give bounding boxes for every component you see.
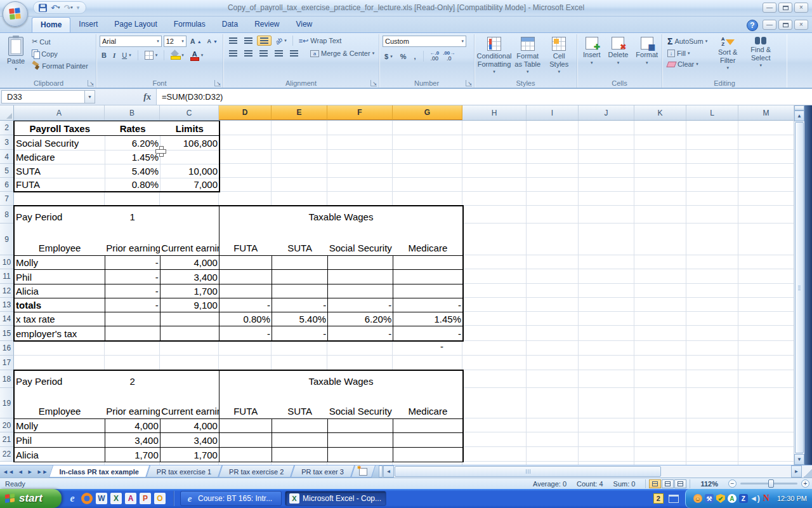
insert-worksheet-tab[interactable] — [353, 465, 374, 478]
minimize-button[interactable]: — — [763, 3, 776, 13]
cell-A14[interactable]: x tax rate — [14, 312, 105, 326]
cell-B6[interactable]: 0.80% — [105, 178, 160, 192]
cell-C15[interactable] — [160, 326, 219, 341]
cell-A18[interactable]: Pay Period — [14, 370, 105, 388]
font-dialog-launcher[interactable]: ↘ — [214, 80, 221, 86]
percent-style-button[interactable]: % — [398, 52, 409, 61]
cell-C6[interactable]: 7,000 — [160, 178, 219, 192]
workbook-restore-button[interactable] — [778, 20, 792, 30]
page-break-view-button[interactable] — [674, 479, 686, 488]
cell-B3[interactable]: 6.20% — [105, 135, 160, 150]
delete-cells-button[interactable]: ✖ Delete▾ — [606, 36, 631, 67]
row-header-21[interactable]: 21 — [0, 432, 14, 447]
sheet-tab-4[interactable]: PR tax exer 3 — [292, 465, 353, 478]
close-button[interactable]: × — [794, 3, 808, 13]
cell-F21[interactable] — [328, 432, 393, 447]
formula-input[interactable]: =SUM(D30:D32) — [156, 89, 812, 105]
format-as-table-button[interactable]: Format as Table▾ — [512, 36, 543, 76]
cell-B13[interactable]: - — [105, 298, 160, 312]
column-header-K[interactable]: K — [634, 105, 686, 120]
vertical-scrollbar[interactable]: ▲ ▼ — [794, 105, 804, 465]
cell-C18[interactable] — [160, 370, 219, 388]
cell-E21[interactable] — [272, 432, 328, 447]
align-right-button[interactable] — [257, 49, 270, 58]
vertical-scroll-thumb[interactable] — [795, 122, 804, 453]
italic-button[interactable]: I — [111, 51, 117, 60]
cell-E15[interactable]: - — [272, 326, 328, 341]
cell-C13[interactable]: 9,100 — [160, 298, 219, 312]
name-box-dropdown[interactable]: ▼ — [85, 90, 95, 104]
scroll-left-button[interactable]: ◄ — [383, 465, 394, 478]
merge-center-button[interactable]: aMerge & Center▾ — [308, 49, 376, 58]
accounting-format-button[interactable]: $▾ — [383, 52, 395, 61]
cell-C5[interactable]: 10,000 — [160, 164, 219, 178]
cell-A11[interactable]: Phil — [14, 269, 105, 284]
row-header-19[interactable]: 19 — [0, 388, 14, 418]
cell-G22[interactable] — [393, 447, 463, 462]
cell-B4[interactable]: 1.45% — [105, 150, 160, 164]
row-header-3[interactable]: 3 — [0, 135, 14, 150]
wrap-text-button[interactable]: ≡↩Wrap Text — [297, 36, 344, 46]
cell-F19[interactable]: Social Security — [328, 388, 393, 418]
row-header-11[interactable]: 11 — [0, 269, 14, 284]
grouped-windows-badge[interactable]: 2 — [653, 493, 664, 504]
cell-F10[interactable] — [328, 255, 393, 269]
volume-tray-icon[interactable]: ◄) — [750, 494, 759, 503]
cell-D10[interactable] — [219, 255, 272, 269]
comma-style-button[interactable]: , — [412, 52, 417, 61]
autosum-button[interactable]: ΣAutoSum▾ — [665, 36, 709, 47]
cell-C8[interactable] — [160, 206, 219, 224]
decrease-decimal-button[interactable]: .00→.0 — [443, 51, 455, 62]
cell-D13[interactable]: - — [219, 298, 272, 312]
alignment-dialog-launcher[interactable]: ↘ — [370, 80, 377, 86]
cell-F22[interactable] — [328, 447, 393, 462]
cell-G9[interactable]: Medicare — [393, 224, 463, 255]
row-header-22[interactable]: 22 — [0, 447, 14, 462]
next-sheet-button[interactable]: ► — [27, 469, 33, 475]
row-header-4[interactable]: 4 — [0, 150, 14, 164]
cell-G21[interactable] — [393, 432, 463, 447]
format-painter-button[interactable]: Format Painter — [30, 61, 90, 70]
outlook-icon[interactable]: O — [154, 493, 166, 504]
cell-E11[interactable] — [272, 269, 328, 284]
cell-A22[interactable]: Alicia — [14, 447, 105, 462]
column-header-M[interactable]: M — [738, 105, 794, 120]
row-header-7[interactable]: 7 — [0, 192, 14, 206]
increase-decimal-button[interactable]: ←.0.00 — [429, 51, 439, 62]
sheet-tab-2[interactable]: PR tax exercise 1 — [148, 465, 220, 478]
cell-C14[interactable] — [160, 312, 219, 326]
horizontal-scroll-thumb[interactable] — [395, 466, 661, 477]
cell-G11[interactable] — [393, 269, 463, 284]
cut-button[interactable]: ✂Cut — [30, 37, 90, 46]
align-left-button[interactable] — [226, 49, 240, 58]
cell-C21[interactable]: 3,400 — [160, 432, 219, 447]
cell-A2[interactable]: Payroll Taxes — [14, 121, 105, 135]
sheet-tab-1[interactable]: In-class PR tax example — [51, 465, 148, 478]
increase-indent-button[interactable] — [287, 49, 301, 58]
cell-A21[interactable]: Phil — [14, 432, 105, 447]
sort-filter-button[interactable]: AZ Sort & Filter▾ — [713, 36, 742, 72]
scroll-down-button[interactable]: ▼ — [794, 454, 804, 465]
top-align-button[interactable] — [226, 36, 240, 45]
insert-cells-button[interactable]: ✚ Insert▾ — [580, 36, 603, 67]
font-size-select[interactable]: 12▾ — [164, 36, 187, 47]
grow-font-button[interactable]: A▲ — [188, 37, 204, 46]
underline-button[interactable]: U▾ — [120, 51, 133, 60]
row-header-8[interactable]: 8 — [0, 206, 14, 224]
cell-D18[interactable]: Taxable Wages — [219, 370, 463, 388]
orientation-button[interactable]: ab▾ — [273, 37, 289, 45]
resize-grip[interactable] — [802, 465, 812, 478]
task-button-1[interactable]: eCourse: BT 165: Intr... — [180, 491, 282, 506]
novell-tray-icon[interactable]: N — [762, 494, 771, 503]
fill-button[interactable]: ↓Fill▾ — [665, 49, 709, 58]
cell-styles-button[interactable]: Cell Styles▾ — [544, 36, 573, 76]
cell-B18[interactable]: 2 — [105, 370, 160, 388]
cell-B9[interactable]: Prior earnings — [105, 224, 160, 255]
cell-F15[interactable]: - — [328, 326, 393, 341]
cell-E20[interactable] — [272, 418, 328, 432]
cell-A9[interactable]: Employee — [14, 224, 105, 255]
column-header-H[interactable]: H — [462, 105, 527, 120]
cell-F11[interactable] — [328, 269, 393, 284]
cell-D11[interactable] — [219, 269, 272, 284]
zoom-level[interactable]: 112% — [700, 480, 718, 488]
